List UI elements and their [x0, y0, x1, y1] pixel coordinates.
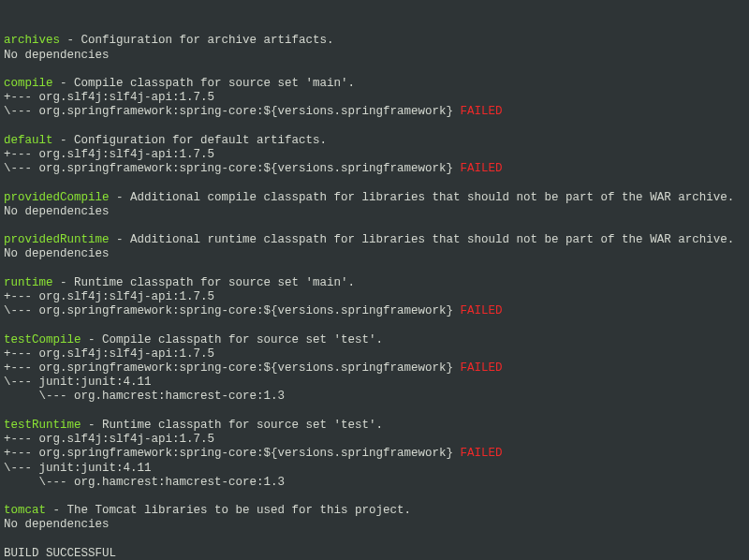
dep-prefix: \--- — [4, 162, 39, 175]
config-desc: - Compile classpath for source set 'test… — [81, 333, 384, 346]
dep-prefix: +--- — [4, 290, 39, 303]
config-name: providedCompile — [4, 191, 110, 204]
dep-prefix: \--- — [4, 376, 39, 389]
dep-failed: FAILED — [461, 361, 503, 375]
dep-failed: FAILED — [461, 105, 503, 118]
build-status: BUILD SUCCESSFUL — [4, 547, 116, 560]
dep-text: org.slf4j:slf4j-api:1.7.5 — [39, 290, 215, 303]
dep-text: org.springframework:spring-core:${versio… — [39, 162, 461, 175]
dep-prefix: +--- — [4, 447, 39, 460]
config-desc: - Configuration for default artifacts. — [53, 134, 328, 147]
dep-text: org.hamcrest:hamcrest-core:1.3 — [74, 476, 285, 489]
dep-text: org.springframework:spring-core:${versio… — [39, 105, 461, 118]
no-dependencies: No dependencies — [4, 49, 110, 62]
config-name: testRuntime — [4, 419, 81, 432]
dep-failed: FAILED — [461, 447, 503, 460]
dep-prefix: \--- — [4, 304, 39, 317]
dep-prefix: +--- — [4, 148, 39, 161]
no-dependencies: No dependencies — [4, 205, 110, 218]
dep-text: junit:junit:4.11 — [39, 376, 152, 389]
config-name: testCompile — [4, 333, 81, 346]
config-name: default — [4, 134, 53, 147]
config-desc: - Configuration for archive artifacts. — [60, 34, 334, 47]
dep-prefix: +--- — [4, 433, 39, 446]
dep-text: org.slf4j:slf4j-api:1.7.5 — [39, 91, 215, 104]
config-name: tomcat — [4, 504, 46, 517]
dep-prefix: +--- — [4, 91, 39, 104]
no-dependencies: No dependencies — [4, 518, 110, 531]
dep-text: org.slf4j:slf4j-api:1.7.5 — [39, 148, 215, 161]
config-name: archives — [4, 34, 60, 47]
config-desc: - Compile classpath for source set 'main… — [53, 77, 356, 90]
config-desc: - Runtime classpath for source set 'main… — [53, 276, 356, 289]
dep-text: org.slf4j:slf4j-api:1.7.5 — [39, 433, 215, 446]
dep-prefix: \--- — [4, 390, 74, 403]
dep-prefix: \--- — [4, 462, 39, 475]
config-desc: - Additional runtime classpath for libra… — [110, 233, 735, 246]
config-name: runtime — [4, 276, 53, 289]
dep-prefix: +--- — [4, 347, 39, 361]
dep-text: org.hamcrest:hamcrest-core:1.3 — [74, 390, 285, 403]
config-desc: - Runtime classpath for source set 'test… — [81, 419, 384, 432]
config-desc: - The Tomcat libraries to be used for th… — [46, 504, 411, 517]
no-dependencies: No dependencies — [4, 247, 110, 260]
terminal-output: archives - Configuration for archive art… — [4, 34, 745, 560]
dep-prefix: +--- — [4, 361, 39, 375]
dep-text: org.springframework:spring-core:${versio… — [39, 304, 461, 317]
config-desc: - Additional compile classpath for libra… — [110, 191, 735, 204]
dep-prefix: \--- — [4, 105, 39, 118]
dep-text: org.springframework:spring-core:${versio… — [39, 361, 461, 375]
dep-text: org.slf4j:slf4j-api:1.7.5 — [39, 347, 215, 361]
dep-failed: FAILED — [461, 304, 503, 317]
dep-text: junit:junit:4.11 — [39, 462, 152, 475]
dep-failed: FAILED — [461, 162, 503, 175]
dep-prefix: \--- — [4, 476, 74, 489]
config-name: compile — [4, 77, 53, 90]
config-name: providedRuntime — [4, 233, 110, 246]
dep-text: org.springframework:spring-core:${versio… — [39, 447, 461, 460]
